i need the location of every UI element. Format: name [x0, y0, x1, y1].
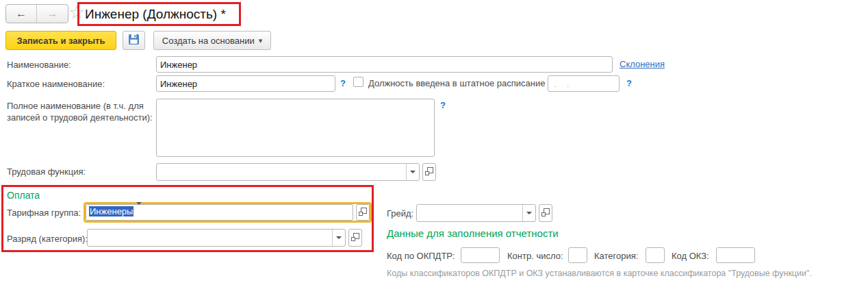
reporting-section-heading: Данные для заполнения отчетности — [387, 227, 559, 239]
grade-category-value — [88, 230, 332, 246]
grade-category-label: Разряд (категория): — [7, 234, 88, 244]
grade-combobox[interactable] — [416, 204, 536, 222]
back-arrow-icon: ← — [16, 8, 27, 20]
name-label: Наименование: — [7, 60, 71, 70]
open-form-icon — [351, 233, 359, 243]
okpdtr-input[interactable] — [461, 247, 500, 263]
floppy-disk-icon — [128, 34, 140, 47]
save-button[interactable] — [123, 31, 145, 50]
job-function-open-button[interactable] — [422, 163, 436, 181]
okz-label: Код ОКЗ: — [672, 251, 709, 261]
triangle-down-icon — [336, 236, 342, 239]
open-form-icon — [359, 208, 367, 218]
category-label: Категория: — [594, 251, 638, 261]
annotation-highlight-title: Инженер (Должность) * — [77, 2, 241, 26]
grade-open-button[interactable] — [539, 204, 552, 222]
triangle-down-icon — [526, 212, 532, 214]
grade-category-dropdown-button[interactable] — [332, 230, 345, 246]
job-function-dropdown-button[interactable] — [406, 164, 419, 180]
grade-category-open-button[interactable] — [348, 229, 362, 247]
payment-section-heading: Оплата — [7, 190, 40, 201]
open-form-icon — [541, 208, 550, 219]
grade-category-combobox[interactable] — [87, 229, 346, 247]
short-name-label: Краткое наименование: — [7, 79, 105, 89]
open-form-icon — [425, 167, 433, 177]
okpdtr-label: Код по ОКПДТР: — [387, 251, 455, 261]
control-number-label: Контр. число: — [507, 251, 563, 261]
tariff-group-focused-control: Инженеры — [84, 202, 372, 223]
category-input[interactable] — [646, 247, 665, 263]
declensions-link[interactable]: Склонения — [620, 59, 665, 69]
forward-button[interactable]: → — [37, 5, 68, 23]
grade-label: Грейд: — [387, 208, 413, 219]
page-title: Инженер (Должность) * — [79, 7, 226, 22]
tariff-group-label: Тарифная группа: — [7, 208, 81, 218]
name-input[interactable] — [156, 56, 613, 73]
staffing-checkbox-label[interactable]: Должность введена в штатное расписание — [368, 78, 545, 88]
job-function-value — [157, 164, 406, 180]
tariff-group-selected-text: Инженеры — [89, 206, 133, 216]
okz-input[interactable] — [716, 247, 755, 263]
chevron-down-icon: ▾ — [259, 36, 263, 45]
triangle-down-icon — [410, 171, 416, 173]
back-button[interactable]: ← — [6, 5, 37, 23]
tariff-group-combobox[interactable]: Инженеры — [86, 204, 353, 221]
classifier-footnote: Коды классификаторов ОКПДТР и ОКЗ устана… — [387, 269, 812, 278]
create-based-on-label: Создать на основании — [162, 36, 255, 46]
full-name-help-icon[interactable]: ? — [440, 100, 446, 110]
grade-value — [417, 205, 522, 221]
create-based-on-button[interactable]: Создать на основании ▾ — [153, 31, 271, 50]
save-and-close-label: Записать и закрыть — [17, 36, 105, 46]
full-name-textarea[interactable] — [156, 99, 435, 157]
save-and-close-button[interactable]: Записать и закрыть — [5, 31, 116, 50]
staffing-help-icon[interactable]: ? — [626, 78, 632, 88]
triangle-down-icon — [136, 202, 142, 215]
history-nav-group: ← → — [5, 4, 68, 23]
position-card-window: ← → ☆ Инженер (Должность) * Записать и з… — [0, 0, 868, 285]
full-name-label-line1: Полное наименование (в т.ч. для — [7, 101, 144, 111]
job-function-combobox[interactable] — [156, 163, 420, 181]
short-name-help-icon[interactable]: ? — [340, 78, 346, 88]
tariff-group-dropdown-button[interactable] — [136, 205, 142, 220]
short-name-input[interactable] — [156, 75, 335, 92]
tariff-group-value: Инженеры — [86, 205, 136, 220]
staffing-checkbox[interactable] — [353, 77, 363, 87]
full-name-label-line2: записей о трудовой деятельности): — [7, 112, 153, 123]
grade-dropdown-button[interactable] — [522, 205, 535, 221]
control-number-input[interactable] — [568, 247, 587, 263]
forward-arrow-icon: → — [47, 8, 58, 20]
tariff-group-open-button[interactable] — [356, 204, 370, 221]
job-function-label: Трудовая функция: — [7, 166, 86, 177]
staffing-date-input[interactable] — [548, 75, 620, 92]
